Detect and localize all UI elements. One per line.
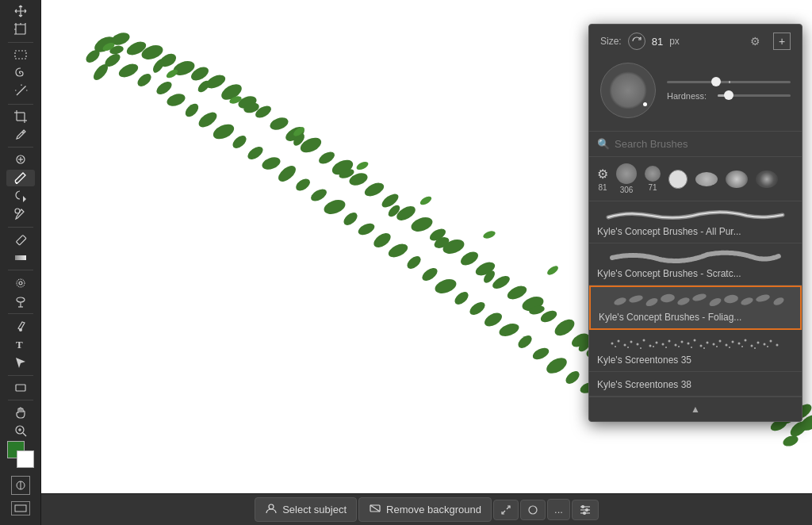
tool-crop[interactable]	[6, 108, 35, 125]
svg-point-59	[268, 115, 289, 132]
brush-settings-gear-icon[interactable]: ⚙	[750, 35, 760, 48]
svg-point-158	[681, 341, 684, 343]
tool-eraser[interactable]	[6, 231, 35, 247]
tool-eyedropper[interactable]	[6, 126, 35, 143]
tool-healing[interactable]	[6, 151, 35, 168]
svg-point-140	[676, 297, 691, 307]
tool-history-brush[interactable]	[6, 206, 35, 223]
svg-point-94	[497, 321, 520, 339]
svg-line-8	[17, 87, 25, 95]
brush-search-input[interactable]	[615, 138, 794, 150]
svg-point-66	[276, 163, 299, 184]
preset-white-circle[interactable]	[668, 170, 688, 189]
svg-point-70	[308, 186, 328, 203]
svg-point-141	[691, 293, 707, 302]
brush-list-item-0[interactable]: Kyle's Concept Brushes - All Pur...	[589, 201, 802, 243]
tool-blur[interactable]	[6, 274, 35, 291]
panel-add-button[interactable]: +	[773, 33, 791, 50]
circle-button[interactable]	[520, 500, 546, 520]
brush-stroke-preview-3	[597, 335, 794, 352]
color-swatches	[7, 441, 34, 522]
svg-point-155	[662, 343, 665, 346]
preset-dark-soft-circle-icon	[756, 171, 778, 188]
svg-rect-7	[15, 51, 26, 59]
svg-point-182	[716, 346, 718, 347]
svg-point-125	[419, 195, 433, 207]
brush-list-item-2[interactable]: Kyle's Concept Brushes - Foliag...	[589, 285, 802, 330]
tool-zoom[interactable]	[6, 423, 35, 439]
brush-list-item-3[interactable]: Kyle's Screentones 35	[589, 330, 802, 372]
brush-stroke-preview-2	[599, 292, 792, 309]
preset-soft-circle[interactable]	[726, 171, 748, 188]
preset-71[interactable]: 71	[645, 166, 661, 192]
svg-point-76	[356, 221, 376, 237]
hardness-slider-thumb[interactable]	[724, 90, 733, 100]
size-label: Size:	[600, 36, 622, 47]
tool-marquee-rect[interactable]	[6, 47, 35, 63]
size-slider-row	[667, 81, 791, 83]
brush-name-4: Kyle's Screentones 38	[597, 379, 691, 390]
size-slider-thumb[interactable]	[711, 77, 721, 86]
tool-gradient[interactable]	[6, 249, 35, 266]
svg-point-124	[355, 160, 370, 171]
preset-gear[interactable]: ⚙ 81	[597, 167, 608, 192]
svg-point-71	[362, 180, 385, 199]
tool-move[interactable]	[6, 3, 35, 20]
svg-point-21	[15, 209, 20, 213]
brush-list-item-1[interactable]: Kyle's Concept Brushes - Scratc...	[589, 243, 802, 285]
preset-gray-oval[interactable]	[695, 172, 718, 186]
remove-background-button[interactable]: Remove background	[358, 497, 492, 522]
background-color-swatch[interactable]	[17, 450, 34, 468]
svg-text:T: T	[16, 339, 23, 351]
screen-mode-icon[interactable]	[11, 501, 30, 515]
svg-point-169	[751, 345, 753, 347]
tool-dodge[interactable]	[6, 293, 35, 309]
svg-point-126	[482, 230, 496, 240]
brush-circle-inner	[609, 71, 647, 109]
tool-lasso[interactable]	[6, 65, 35, 82]
select-subject-button[interactable]: Select subject	[255, 497, 357, 522]
brush-name-1: Kyle's Concept Brushes - Scratc...	[597, 268, 741, 279]
svg-point-96	[515, 333, 534, 351]
svg-point-152	[643, 339, 645, 342]
svg-point-171	[764, 343, 766, 346]
sliders-button[interactable]	[572, 500, 599, 520]
hardness-slider-track[interactable]	[718, 94, 791, 97]
brush-size-refresh-btn[interactable]	[628, 33, 645, 50]
tool-brush[interactable]	[6, 170, 35, 186]
brush-list-item-4[interactable]: Kyle's Screentones 38	[589, 372, 802, 397]
brush-name-3: Kyle's Screentones 35	[597, 354, 691, 366]
tool-hand[interactable]	[6, 404, 35, 421]
preset-dark-soft-circle[interactable]	[756, 171, 778, 188]
tool-artboard[interactable]	[6, 21, 35, 38]
brush-circle-preview	[600, 63, 656, 118]
svg-point-56	[196, 109, 219, 130]
svg-point-89	[505, 283, 528, 302]
tool-clone-stamp[interactable]	[6, 188, 35, 205]
svg-point-92	[482, 310, 504, 329]
svg-point-162	[707, 342, 709, 344]
quick-mask-icon[interactable]	[11, 476, 30, 495]
size-slider-track[interactable]	[667, 81, 791, 83]
more-button[interactable]: ...	[547, 499, 570, 520]
svg-point-161	[700, 345, 703, 347]
tool-type[interactable]: T	[6, 336, 35, 353]
svg-point-77	[409, 215, 435, 235]
preset-soft-circle-icon	[726, 171, 748, 188]
tool-pen[interactable]	[6, 318, 35, 335]
brush-sliders: Hardness:	[667, 81, 791, 101]
tool-magic-wand[interactable]	[6, 83, 35, 100]
brush-name-2: Kyle's Concept Brushes - Foliag...	[599, 312, 741, 323]
svg-point-143	[723, 294, 738, 305]
svg-rect-22	[16, 235, 26, 245]
tool-path-select[interactable]	[6, 354, 35, 371]
preset-306[interactable]: 306	[616, 163, 637, 194]
expand-button[interactable]	[493, 500, 519, 520]
brush-panel: Size: 81 px ⚙ +	[588, 24, 802, 422]
svg-point-153	[649, 345, 652, 347]
color-swatch-container[interactable]	[7, 441, 34, 468]
svg-point-46	[117, 61, 140, 80]
app-container: T	[0, 0, 812, 525]
panel-collapse-arrow-icon[interactable]: ▲	[691, 404, 700, 415]
tool-shape[interactable]	[6, 379, 35, 396]
